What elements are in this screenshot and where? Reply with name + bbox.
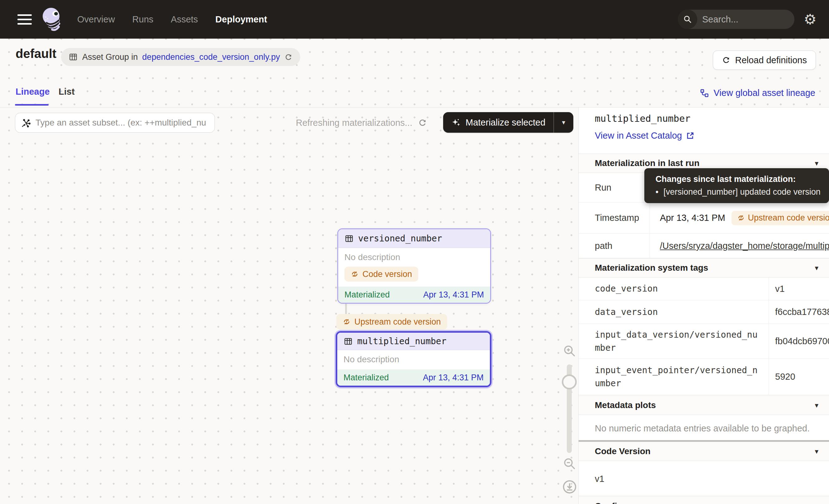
tag-value: 5920 [768,359,829,395]
section-config[interactable]: Config [579,496,829,504]
tag-row-data-version: data_version f6ccba177638 [579,300,829,324]
changes-tooltip: Changes since last materialization: [ver… [644,168,829,203]
run-label: Run [579,173,650,202]
view-global-asset-lineage-link[interactable]: View global asset lineage [700,88,815,98]
sparkle-icon [451,117,461,128]
reload-icon[interactable] [284,53,293,61]
tag-key: data_version [579,300,768,324]
refresh-icon[interactable] [418,118,427,128]
path-row: path /Users/sryza/dagster_home/storage/m… [579,233,829,258]
code-version-value: v1 [595,474,605,484]
tag-key: input_data_version/versioned_number [579,324,768,359]
tab-list[interactable]: List [59,86,75,97]
asset-subset-input[interactable] [36,118,209,128]
asset-node-footer: Materialized Apr 13, 4:31 PM [338,287,490,303]
section-system-tags[interactable]: Materialization system tags ▾ [579,258,829,278]
menu-icon[interactable] [17,14,32,25]
materialized-status: Materialized [344,373,389,383]
dagster-logo-icon[interactable] [42,7,62,32]
top-nav: Overview Runs Assets Deployment / ⚙ [0,0,829,39]
section-header-label: Code Version [595,446,651,456]
section-header-label: Materialization in last run [595,158,699,168]
asset-node-body: No description Code version [338,248,490,287]
asset-node-versioned-number[interactable]: versioned_number No description Code ver… [337,228,491,304]
timestamp-value: Apr 13, 4:31 PM [660,213,725,223]
active-tab-underline [15,104,48,106]
materialization-time-link[interactable]: Apr 13, 4:31 PM [423,373,483,383]
asset-detail-panel: multiplied_number View in Asset Catalog … [578,107,829,504]
path-label: path [579,233,650,258]
global-search[interactable]: / [678,10,794,29]
tag-key: input_event_pointer/versioned_number [579,359,768,395]
sync-alert-icon [351,270,359,278]
asset-node-header[interactable]: multiplied_number [337,333,490,350]
asset-group-breadcrumb: Asset Group in dependencies_code_version… [61,48,300,66]
zoom-slider-handle[interactable] [562,374,577,389]
materialize-selected-button[interactable]: Materialize selected ▾ [443,112,573,133]
section-header-label: Materialization system tags [595,263,708,273]
primary-nav: Overview Runs Assets Deployment [77,14,267,25]
refreshing-label: Refreshing materializations... [296,118,412,128]
view-in-asset-catalog-link[interactable]: View in Asset Catalog [595,131,694,141]
path-link[interactable]: /Users/sryza/dagster_home/storage/multip [660,241,829,251]
materialization-time-link[interactable]: Apr 13, 4:31 PM [423,290,484,300]
nav-assets[interactable]: Assets [171,14,198,25]
panel-asset-name: multiplied_number [595,113,690,124]
tab-lineage[interactable]: Lineage [15,86,50,97]
code-version-tag[interactable]: Code version [345,267,418,282]
upstream-code-version-tag[interactable]: Upstream code version [731,211,829,225]
asset-node-header[interactable]: versioned_number [338,229,490,248]
sync-alert-icon [737,214,745,222]
tag-row-input-event-pointer: input_event_pointer/versioned_number 592… [579,359,829,395]
sync-alert-icon [343,318,351,326]
timestamp-row: Timestamp Apr 13, 4:31 PM Upstream code … [579,203,829,233]
caret-down-icon[interactable]: ▾ [554,112,573,133]
nav-overview[interactable]: Overview [77,14,115,25]
reload-definitions-button[interactable]: Reload definitions [713,50,816,70]
asset-description: No description [345,252,484,262]
upstream-code-version-tag[interactable]: Upstream code version [336,314,447,330]
section-chevron-icon: ▾ [815,401,819,409]
tooltip-title: Changes since last materialization: [655,174,823,184]
asset-group-file-link[interactable]: dependencies_code_version_only.py [142,52,280,62]
table-icon [345,234,354,243]
lineage-icon [700,88,709,98]
reload-icon [722,56,731,65]
search-input[interactable] [697,14,794,25]
nav-deployment[interactable]: Deployment [216,14,267,25]
asset-name: multiplied_number [357,336,446,347]
view-global-asset-lineage-label: View global asset lineage [714,88,815,98]
zoom-out-icon[interactable] [563,457,577,471]
tag-value: v1 [768,278,829,300]
row-divider [579,495,829,496]
zoom-in-icon[interactable] [563,344,577,358]
section-header-label: Metadata plots [595,400,656,410]
page-title: default [15,47,57,61]
reload-definitions-label: Reload definitions [735,55,807,65]
upstream-code-version-label: Upstream code version [748,213,829,223]
table-icon [69,52,78,62]
asset-graph-icon [21,118,31,128]
code-version-tag-label: Code version [362,269,412,279]
download-view-icon[interactable] [562,479,577,495]
section-chevron-icon: ▾ [815,264,819,272]
nav-runs[interactable]: Runs [132,14,153,25]
asset-description: No description [344,355,483,364]
section-chevron-icon: ▾ [815,447,819,456]
section-header-label: Config [595,501,622,504]
tag-row-code-version: code_version v1 [579,278,829,300]
tooltip-bullet-text: [versioned_number] updated code version [663,187,820,197]
gear-icon[interactable]: ⚙ [804,12,817,27]
table-icon [344,337,353,346]
asset-name: versioned_number [358,233,442,244]
tag-value: f6ccba177638 [768,300,829,324]
tag-row-input-data-version: input_data_version/versioned_number fb04… [579,324,829,359]
asset-node-multiplied-number[interactable]: multiplied_number No description Materia… [336,331,492,387]
dagster-app: Overview Runs Assets Deployment / ⚙ defa… [0,0,829,504]
section-code-version[interactable]: Code Version ▾ [579,442,829,461]
metadata-plots-empty: No numeric metadata entries available to… [595,423,810,434]
section-chevron-icon: ▾ [815,159,819,168]
section-metadata-plots[interactable]: Metadata plots ▾ [579,396,829,415]
materialize-main[interactable]: Materialize selected [443,112,553,133]
asset-subset-filter[interactable] [15,113,215,133]
